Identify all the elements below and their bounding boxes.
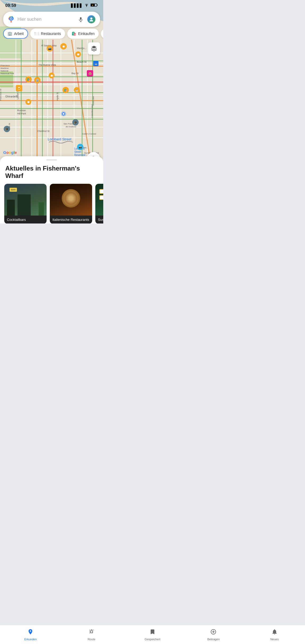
svg-text:Beach St: Beach St bbox=[77, 61, 87, 63]
svg-text:Hyde St: Hyde St bbox=[56, 92, 59, 101]
svg-text:The Buena Vista: The Buena Vista bbox=[38, 64, 56, 66]
sushi-label: Sushi-Restaurants bbox=[95, 216, 103, 223]
svg-text:Chestnut St: Chestnut St bbox=[37, 130, 50, 132]
search-bar[interactable]: Hier suchen bbox=[3, 12, 100, 27]
svg-text:National: National bbox=[1, 70, 8, 72]
svg-text:🎓: 🎓 bbox=[74, 121, 77, 124]
status-bar: 09:59 ▋▋▋▋ ⚡ bbox=[0, 0, 103, 10]
filter-restaurants[interactable]: 🍽️ Restaurants bbox=[30, 29, 65, 39]
svg-text:🍽️: 🍽️ bbox=[62, 45, 65, 48]
svg-text:Columbus Ave: Columbus Ave bbox=[91, 104, 93, 118]
svg-text:⚡: ⚡ bbox=[92, 4, 94, 6]
svg-text:Historical Park: Historical Park bbox=[1, 72, 15, 75]
svg-rect-102 bbox=[80, 17, 82, 20]
svg-point-95 bbox=[86, 6, 87, 7]
svg-text:🏛️: 🏛️ bbox=[36, 79, 39, 82]
search-container: Hier suchen bbox=[3, 12, 100, 27]
svg-text:🚌: 🚌 bbox=[95, 62, 98, 65]
cocktail-label: Cocktailbars bbox=[4, 216, 47, 223]
svg-text:🎓: 🎓 bbox=[5, 127, 9, 131]
italian-label: Italienische Restaurants bbox=[50, 216, 92, 223]
place-card-italian[interactable]: Italienische Restaurants bbox=[50, 184, 92, 223]
svg-text:🛍️: 🛍️ bbox=[27, 78, 30, 81]
status-icons: ▋▋▋▋ ⚡ bbox=[71, 3, 98, 8]
einkaufen-icon: 🛍️ bbox=[71, 31, 77, 36]
svg-text:🍽️: 🍽️ bbox=[27, 100, 30, 104]
google-maps-logo bbox=[7, 16, 15, 23]
filter-kaffee[interactable]: ☕ Kaffee bbox=[101, 29, 103, 39]
svg-text:🏨: 🏨 bbox=[88, 72, 92, 75]
filter-arbeit[interactable]: 🏢 Arbeit bbox=[3, 29, 28, 39]
filter-einkaufen[interactable]: 🛍️ Einkaufen bbox=[67, 29, 99, 39]
svg-text:🍽️: 🍽️ bbox=[50, 74, 53, 77]
battery-icon: ⚡ bbox=[91, 3, 98, 8]
user-avatar[interactable] bbox=[87, 15, 96, 24]
map-controls bbox=[88, 42, 100, 55]
filter-container: 🏢 Arbeit 🍽️ Restaurants 🛍️ Einkaufen ☕ K… bbox=[0, 29, 103, 39]
svg-text:🛍️: 🛍️ bbox=[64, 88, 68, 92]
svg-text:☕: ☕ bbox=[75, 89, 79, 92]
svg-text:Russian: Russian bbox=[17, 109, 26, 112]
svg-text:Hill Park: Hill Park bbox=[17, 112, 26, 115]
place-cards-row: BAR Cocktailbars Italienische Restaurant… bbox=[0, 184, 103, 223]
restaurants-icon: 🍽️ bbox=[34, 31, 39, 36]
place-card-sushi[interactable]: Sushi-Restaurants bbox=[95, 184, 103, 223]
signal-icon: ▋▋▋▋ bbox=[71, 3, 83, 8]
svg-point-101 bbox=[10, 18, 12, 19]
svg-text:Lombard Street: Lombard Street bbox=[48, 137, 71, 141]
status-time: 09:59 bbox=[5, 3, 16, 8]
svg-text:Ghirardelli: Ghirardelli bbox=[5, 95, 17, 98]
svg-text:📷: 📷 bbox=[48, 47, 52, 50]
bottom-sheet: Aktuelles in Fisherman's Wharf BAR Cockt… bbox=[0, 156, 103, 223]
search-input[interactable]: Hier suchen bbox=[17, 17, 75, 22]
filter-restaurants-label: Restaurants bbox=[41, 32, 61, 36]
svg-text:📷: 📷 bbox=[79, 145, 82, 149]
sheet-handle bbox=[46, 159, 57, 160]
filter-arbeit-label: Arbeit bbox=[14, 32, 24, 36]
sheet-title: Aktuelles in Fisherman's Wharf bbox=[0, 165, 103, 184]
layers-button[interactable] bbox=[88, 42, 100, 55]
svg-text:Francisco St: Francisco St bbox=[0, 89, 2, 101]
svg-text:Art Institute: Art Institute bbox=[66, 126, 77, 128]
svg-text:🍽️: 🍽️ bbox=[77, 53, 80, 56]
svg-text:Street: Street bbox=[74, 150, 81, 153]
svg-text:MacQu...: MacQu... bbox=[77, 47, 87, 50]
svg-text:🍺: 🍺 bbox=[17, 87, 21, 90]
svg-text:Bay St: Bay St bbox=[71, 72, 79, 75]
svg-text:Maritime: Maritime bbox=[1, 67, 9, 69]
svg-point-94 bbox=[63, 113, 64, 115]
svg-point-105 bbox=[90, 17, 92, 20]
svg-text:Francisco: Francisco bbox=[1, 64, 10, 67]
svg-text:Cobb's Comed: Cobb's Comed bbox=[82, 133, 96, 135]
place-card-cocktail[interactable]: BAR Cocktailbars bbox=[4, 184, 47, 223]
arbeit-icon: 🏢 bbox=[7, 31, 12, 36]
mic-icon[interactable] bbox=[77, 16, 84, 23]
google-logo: Google bbox=[3, 150, 17, 155]
filter-einkaufen-label: Einkaufen bbox=[78, 32, 95, 36]
wifi-icon bbox=[84, 3, 89, 8]
